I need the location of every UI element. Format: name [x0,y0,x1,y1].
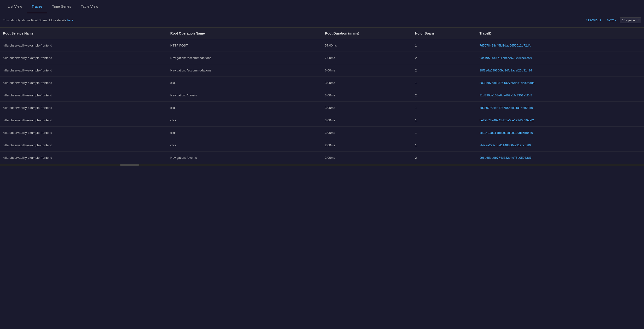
cell-operation: click [168,77,322,89]
trace-id-link[interactable]: 996b6ffba9b774d332e4e75e05943d7f [480,156,532,159]
trace-id-link[interactable]: 88f2e6a699350bc34fd8acef25d31484 [480,69,532,72]
table-row: hilla-observability-example-frontendclic… [0,127,644,139]
cell-spans: 1 [412,39,476,52]
tab-bar: List View Traces Time Series Table View [0,0,644,13]
cell-duration: 6.00ms [322,64,412,77]
cell-duration: 3.00ms [322,127,412,139]
cell-operation: click [168,139,322,152]
pagination-controls: ‹ Previous Next › 10 / page 20 / page 50… [584,17,641,23]
cell-spans: 1 [412,102,476,114]
cell-traceid[interactable]: dd3c97a04ed17d6554dc31a14bf5f3da [476,102,644,114]
cell-traceid[interactable]: ccd14eaa111bbcc3cdfcb1b9de658549 [476,127,644,139]
cell-traceid[interactable]: 88f2e6a699350bc34fd8acef25d31484 [476,64,644,77]
cell-traceid[interactable]: 996b6ffba9b774d332e4e75e05943d7f [476,152,644,164]
cell-service: hilla-observability-example-frontend [0,64,168,77]
trace-id-link[interactable]: 03c19f735c7714ebcbe623e04bc4caf4 [480,56,532,60]
cell-spans: 2 [412,52,476,64]
cell-service: hilla-observability-example-frontend [0,39,168,52]
cell-traceid[interactable]: 81d899ce158e8ded62a1fa3301a1f6f8 [476,89,644,102]
cell-service: hilla-observability-example-frontend [0,52,168,64]
table-row: hilla-observability-example-frontendclic… [0,114,644,127]
cell-spans: 1 [412,127,476,139]
table-row: hilla-observability-example-frontendHTTP… [0,39,644,52]
cell-operation: click [168,127,322,139]
cell-service: hilla-observability-example-frontend [0,114,168,127]
cell-duration: 2.00ms [322,139,412,152]
trace-id-link[interactable]: 81d899ce158e8ded62a1fa3301a1f6f8 [480,93,532,97]
table-row: hilla-observability-example-frontendclic… [0,102,644,114]
chevron-right-icon: › [615,18,616,22]
trace-id-link[interactable]: 3a30b07adc837e1a27e6dbd1d5c0dada [480,81,534,85]
table-row: hilla-observability-example-frontendclic… [0,77,644,89]
cell-operation: Navigation: /accommodations [168,52,322,64]
scrollbar-thumb[interactable] [120,164,139,166]
page-size-select[interactable]: 10 / page 20 / page 50 / page [620,17,641,23]
cell-service: hilla-observability-example-frontend [0,89,168,102]
tab-list-view[interactable]: List View [3,0,27,13]
table-row: hilla-observability-example-frontendNavi… [0,89,644,102]
cell-service: hilla-observability-example-frontend [0,127,168,139]
table-row: hilla-observability-example-frontendNavi… [0,64,644,77]
col-header-duration: Root Duration (in ms) [322,27,412,39]
cell-traceid[interactable]: 03c19f735c7714ebcbe623e04bc4caf4 [476,52,644,64]
cell-spans: 1 [412,139,476,152]
cell-spans: 2 [412,89,476,102]
cell-duration: 3.00ms [322,77,412,89]
cell-duration: 2.00ms [322,152,412,164]
trace-id-link[interactable]: dd3c97a04ed17d6554dc31a14bf5f3da [480,106,533,110]
info-message: This tab only shows Root Spans. More det… [3,18,73,22]
cell-traceid[interactable]: be29b78a46a41d85a6ce12246d50aaf2 [476,114,644,127]
trace-id-link[interactable]: ccd14eaa111bbcc3cdfcb1b9de658549 [480,131,533,135]
tab-time-series[interactable]: Time Series [47,0,76,13]
cell-duration: 7.00ms [322,52,412,64]
info-bar: This tab only shows Root Spans. More det… [0,13,644,27]
previous-button[interactable]: ‹ Previous [584,17,603,23]
scrollbar-area[interactable] [0,164,644,166]
cell-operation: HTTP POST [168,39,322,52]
cell-spans: 1 [412,114,476,127]
chevron-left-icon: ‹ [586,18,587,22]
traces-table: Root Service Name Root Operation Name Ro… [0,27,644,164]
col-header-traceid: TraceID [476,27,644,39]
col-header-spans: No of Spans [412,27,476,39]
tab-table-view[interactable]: Table View [76,0,103,13]
traces-table-container: Root Service Name Root Operation Name Ro… [0,27,644,164]
cell-operation: click [168,114,322,127]
table-header: Root Service Name Root Operation Name Ro… [0,27,644,39]
cell-service: hilla-observability-example-frontend [0,152,168,164]
trace-id-link[interactable]: 7d5678428cff5fd3dad0656012d72dfd [480,44,531,47]
next-button[interactable]: Next › [605,17,618,23]
col-header-service: Root Service Name [0,27,168,39]
table-row: hilla-observability-example-frontendclic… [0,139,644,152]
cell-service: hilla-observability-example-frontend [0,139,168,152]
trace-id-link[interactable]: be29b78a46a41d85a6ce12246d50aaf2 [480,118,534,122]
table-row: hilla-observability-example-frontendNavi… [0,52,644,64]
table-row: hilla-observability-example-frontendNavi… [0,152,644,164]
cell-operation: Navigation: /events [168,152,322,164]
table-body: hilla-observability-example-frontendHTTP… [0,39,644,164]
cell-traceid[interactable]: 7f4eaa2e9cf0af11408c0a9919cc69f0 [476,139,644,152]
cell-duration: 3.00ms [322,89,412,102]
cell-traceid[interactable]: 3a30b07adc837e1a27e6dbd1d5c0dada [476,77,644,89]
cell-operation: Navigation: /accommodations [168,64,322,77]
col-header-operation: Root Operation Name [168,27,322,39]
cell-spans: 2 [412,152,476,164]
page-size-wrapper: 10 / page 20 / page 50 / page [620,17,641,23]
cell-operation: Navigation: /travels [168,89,322,102]
trace-id-link[interactable]: 7f4eaa2e9cf0af11408c0a9919cc69f0 [480,143,531,147]
here-link[interactable]: here [67,18,73,22]
cell-service: hilla-observability-example-frontend [0,102,168,114]
cell-spans: 2 [412,64,476,77]
cell-operation: click [168,102,322,114]
cell-traceid[interactable]: 7d5678428cff5fd3dad0656012d72dfd [476,39,644,52]
cell-duration: 3.00ms [322,102,412,114]
tab-traces[interactable]: Traces [27,0,47,13]
cell-duration: 57.00ms [322,39,412,52]
cell-spans: 1 [412,77,476,89]
cell-duration: 3.00ms [322,114,412,127]
cell-service: hilla-observability-example-frontend [0,77,168,89]
